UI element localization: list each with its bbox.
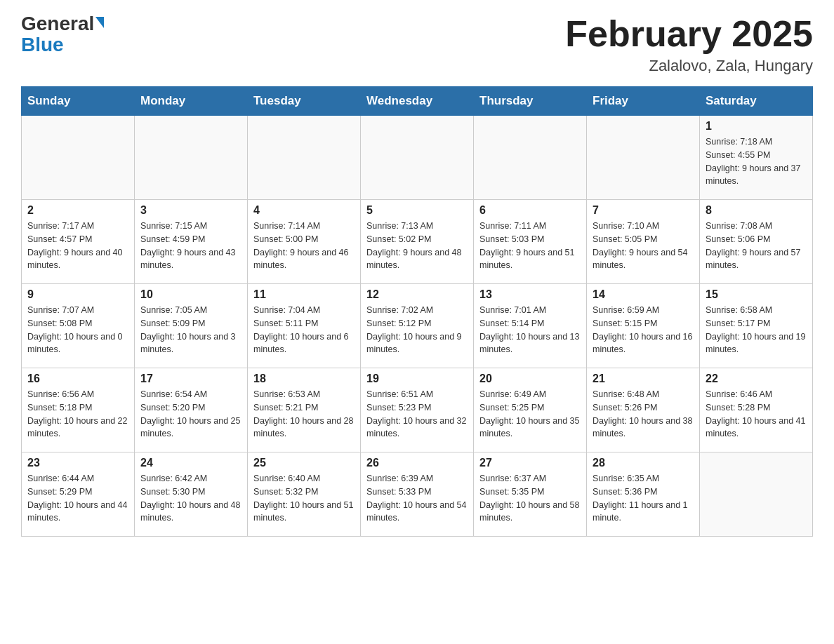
logo: General Blue — [21, 14, 104, 56]
day-number: 6 — [479, 204, 581, 217]
calendar-header-monday: Monday — [135, 87, 248, 116]
calendar-cell: 16Sunrise: 6:56 AMSunset: 5:18 PMDayligh… — [22, 368, 135, 452]
day-number: 17 — [140, 373, 241, 385]
calendar-cell: 17Sunrise: 6:54 AMSunset: 5:20 PMDayligh… — [135, 368, 248, 452]
day-number: 8 — [706, 204, 807, 217]
day-number: 23 — [27, 457, 128, 469]
calendar-header-saturday: Saturday — [700, 87, 813, 116]
calendar-header-row: SundayMondayTuesdayWednesdayThursdayFrid… — [22, 87, 813, 116]
day-info: Sunrise: 6:42 AMSunset: 5:30 PMDaylight:… — [140, 472, 241, 525]
day-number: 10 — [140, 288, 241, 301]
day-number: 1 — [706, 120, 807, 133]
day-info: Sunrise: 7:10 AMSunset: 5:05 PMDaylight:… — [593, 220, 694, 272]
day-info: Sunrise: 6:49 AMSunset: 5:25 PMDaylight:… — [479, 388, 581, 441]
calendar-cell: 27Sunrise: 6:37 AMSunset: 5:35 PMDayligh… — [474, 452, 587, 537]
calendar-cell: 18Sunrise: 6:53 AMSunset: 5:21 PMDayligh… — [248, 368, 361, 452]
day-number: 15 — [706, 288, 807, 301]
day-number: 13 — [479, 288, 581, 301]
day-number: 2 — [27, 204, 128, 217]
calendar-cell: 20Sunrise: 6:49 AMSunset: 5:25 PMDayligh… — [474, 368, 587, 452]
calendar-cell — [135, 116, 248, 200]
day-number: 25 — [253, 457, 355, 469]
day-info: Sunrise: 6:39 AMSunset: 5:33 PMDaylight:… — [366, 472, 468, 525]
day-number: 22 — [706, 373, 807, 385]
day-info: Sunrise: 6:44 AMSunset: 5:29 PMDaylight:… — [27, 472, 128, 525]
day-number: 26 — [366, 457, 468, 469]
calendar-cell: 23Sunrise: 6:44 AMSunset: 5:29 PMDayligh… — [22, 452, 135, 537]
day-number: 20 — [479, 373, 581, 385]
day-info: Sunrise: 7:11 AMSunset: 5:03 PMDaylight:… — [479, 220, 581, 272]
day-info: Sunrise: 7:13 AMSunset: 5:02 PMDaylight:… — [366, 220, 468, 272]
calendar-cell: 5Sunrise: 7:13 AMSunset: 5:02 PMDaylight… — [361, 200, 474, 284]
calendar-cell: 2Sunrise: 7:17 AMSunset: 4:57 PMDaylight… — [22, 200, 135, 284]
day-number: 19 — [366, 373, 468, 385]
day-info: Sunrise: 7:18 AMSunset: 4:55 PMDaylight:… — [706, 135, 807, 188]
calendar-cell: 10Sunrise: 7:05 AMSunset: 5:09 PMDayligh… — [135, 284, 248, 368]
calendar-week-4: 16Sunrise: 6:56 AMSunset: 5:18 PMDayligh… — [22, 368, 813, 452]
day-number: 28 — [593, 457, 694, 469]
day-number: 27 — [479, 457, 581, 469]
calendar-cell: 12Sunrise: 7:02 AMSunset: 5:12 PMDayligh… — [361, 284, 474, 368]
day-number: 11 — [253, 288, 355, 301]
calendar-table: SundayMondayTuesdayWednesdayThursdayFrid… — [21, 86, 813, 537]
day-info: Sunrise: 6:51 AMSunset: 5:23 PMDaylight:… — [366, 388, 468, 441]
day-info: Sunrise: 6:40 AMSunset: 5:32 PMDaylight:… — [253, 472, 355, 525]
day-info: Sunrise: 7:14 AMSunset: 5:00 PMDaylight:… — [253, 220, 355, 272]
calendar-cell: 28Sunrise: 6:35 AMSunset: 5:36 PMDayligh… — [587, 452, 700, 537]
day-info: Sunrise: 7:04 AMSunset: 5:11 PMDaylight:… — [253, 304, 355, 356]
day-info: Sunrise: 6:48 AMSunset: 5:26 PMDaylight:… — [593, 388, 694, 441]
day-number: 5 — [366, 204, 468, 217]
calendar-cell: 14Sunrise: 6:59 AMSunset: 5:15 PMDayligh… — [587, 284, 700, 368]
location: Zalalovo, Zala, Hungary — [565, 57, 813, 75]
day-number: 16 — [27, 373, 128, 385]
calendar-week-5: 23Sunrise: 6:44 AMSunset: 5:29 PMDayligh… — [22, 452, 813, 537]
day-info: Sunrise: 6:54 AMSunset: 5:20 PMDaylight:… — [140, 388, 241, 441]
calendar-cell — [361, 116, 474, 200]
calendar-cell: 15Sunrise: 6:58 AMSunset: 5:17 PMDayligh… — [700, 284, 813, 368]
calendar-week-2: 2Sunrise: 7:17 AMSunset: 4:57 PMDaylight… — [22, 200, 813, 284]
calendar-header-friday: Friday — [587, 87, 700, 116]
calendar-cell: 8Sunrise: 7:08 AMSunset: 5:06 PMDaylight… — [700, 200, 813, 284]
calendar-cell: 4Sunrise: 7:14 AMSunset: 5:00 PMDaylight… — [248, 200, 361, 284]
day-info: Sunrise: 6:53 AMSunset: 5:21 PMDaylight:… — [253, 388, 355, 441]
calendar-cell: 25Sunrise: 6:40 AMSunset: 5:32 PMDayligh… — [248, 452, 361, 537]
calendar-cell — [474, 116, 587, 200]
day-number: 7 — [593, 204, 694, 217]
calendar-week-1: 1Sunrise: 7:18 AMSunset: 4:55 PMDaylight… — [22, 116, 813, 200]
calendar-cell — [700, 452, 813, 537]
day-info: Sunrise: 6:37 AMSunset: 5:35 PMDaylight:… — [479, 472, 581, 525]
day-number: 9 — [27, 288, 128, 301]
day-info: Sunrise: 7:02 AMSunset: 5:12 PMDaylight:… — [366, 304, 468, 356]
calendar-header-sunday: Sunday — [22, 87, 135, 116]
calendar-cell — [248, 116, 361, 200]
calendar-cell: 7Sunrise: 7:10 AMSunset: 5:05 PMDaylight… — [587, 200, 700, 284]
calendar-cell: 9Sunrise: 7:07 AMSunset: 5:08 PMDaylight… — [22, 284, 135, 368]
day-info: Sunrise: 7:15 AMSunset: 4:59 PMDaylight:… — [140, 220, 241, 272]
day-number: 18 — [253, 373, 355, 385]
day-number: 24 — [140, 457, 241, 469]
calendar-cell: 11Sunrise: 7:04 AMSunset: 5:11 PMDayligh… — [248, 284, 361, 368]
calendar-cell: 13Sunrise: 7:01 AMSunset: 5:14 PMDayligh… — [474, 284, 587, 368]
day-info: Sunrise: 7:08 AMSunset: 5:06 PMDaylight:… — [706, 220, 807, 272]
day-info: Sunrise: 6:56 AMSunset: 5:18 PMDaylight:… — [27, 388, 128, 441]
calendar-cell: 21Sunrise: 6:48 AMSunset: 5:26 PMDayligh… — [587, 368, 700, 452]
day-info: Sunrise: 7:07 AMSunset: 5:08 PMDaylight:… — [27, 304, 128, 356]
calendar-cell: 22Sunrise: 6:46 AMSunset: 5:28 PMDayligh… — [700, 368, 813, 452]
logo-blue: Blue — [21, 34, 64, 56]
day-info: Sunrise: 7:01 AMSunset: 5:14 PMDaylight:… — [479, 304, 581, 356]
day-info: Sunrise: 6:46 AMSunset: 5:28 PMDaylight:… — [706, 388, 807, 441]
calendar-cell: 24Sunrise: 6:42 AMSunset: 5:30 PMDayligh… — [135, 452, 248, 537]
day-info: Sunrise: 6:59 AMSunset: 5:15 PMDaylight:… — [593, 304, 694, 356]
calendar-header-wednesday: Wednesday — [361, 87, 474, 116]
day-number: 12 — [366, 288, 468, 301]
calendar-cell — [587, 116, 700, 200]
day-info: Sunrise: 6:35 AMSunset: 5:36 PMDaylight:… — [593, 472, 694, 525]
day-info: Sunrise: 7:17 AMSunset: 4:57 PMDaylight:… — [27, 220, 128, 272]
day-number: 14 — [593, 288, 694, 301]
calendar-cell: 1Sunrise: 7:18 AMSunset: 4:55 PMDaylight… — [700, 116, 813, 200]
day-number: 21 — [593, 373, 694, 385]
logo-triangle-icon — [95, 17, 104, 28]
calendar-cell — [22, 116, 135, 200]
month-title: February 2025 — [565, 14, 813, 54]
calendar-week-3: 9Sunrise: 7:07 AMSunset: 5:08 PMDaylight… — [22, 284, 813, 368]
